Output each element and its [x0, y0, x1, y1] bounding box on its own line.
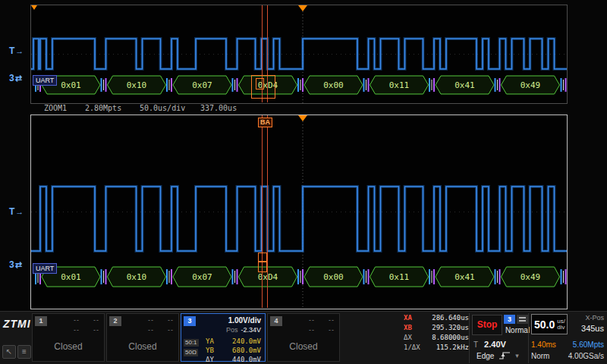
dx-row: ΔX8.68000us	[404, 334, 469, 344]
acquisition-status-button[interactable]: Stop	[472, 315, 502, 335]
cursor-ya-row: YA240.0mV	[206, 337, 261, 345]
xa-row: XA286.640us	[404, 314, 469, 324]
coupling-icon	[517, 315, 528, 324]
timebase-box[interactable]: 50.0 us/ div	[531, 314, 568, 334]
zoom-window[interactable]: 0x010x100x070xD40x000x110x410x49	[30, 5, 568, 104]
decode-byte-value: 0x07	[192, 272, 212, 282]
decode-byte-value: 0x01	[61, 80, 81, 90]
memory-points: 5.60Mpts	[573, 340, 604, 349]
inv-dx-value: 115.2kHz	[436, 344, 469, 353]
dash: --	[315, 316, 335, 324]
zoom-trigger-level-marker[interactable]: T→	[9, 46, 24, 56]
trigger-level-value: 2.40V	[484, 340, 506, 349]
divider	[469, 313, 470, 363]
pointer-mode-button[interactable]: ↖	[2, 345, 16, 359]
uart-bus-label-main[interactable]: UART	[33, 263, 57, 274]
impedance-chip: 50Ω	[184, 349, 198, 356]
chevron-down-icon: ▾	[515, 352, 519, 359]
cursor-a-line-main[interactable]	[267, 115, 268, 308]
main-channel3-marker[interactable]: 3⇄	[9, 259, 23, 270]
dy-value: 440.0mV	[232, 356, 261, 363]
cursor-dy-row: ΔY440.0mV	[206, 356, 261, 363]
trigger-type-block[interactable]: Edge ▾	[476, 351, 519, 360]
zoom-status-line: ZOOM1 2.80Mpts 50.0us/div 337.00us	[0, 104, 607, 114]
capture-window: 1.40ms	[531, 340, 556, 349]
xa-value: 286.640us	[432, 314, 469, 324]
dash: --	[60, 326, 80, 334]
xb-label: XB	[404, 324, 412, 334]
zoom-name: ZOOM1	[44, 104, 67, 112]
dash: --	[80, 326, 99, 334]
channel2-badge: 2	[109, 316, 121, 326]
xpos-label: X-Pos	[571, 314, 604, 322]
cursor-pair-label[interactable]: BA	[258, 118, 272, 127]
channel3-box[interactable]: 3 1.00V/div Pos-2.34V 50:1 50Ω YA240.0mV…	[181, 313, 266, 362]
channel-offset-icon: ⇄	[15, 260, 23, 269]
decode-byte-value: 0x01	[61, 272, 81, 282]
channel2-values-row1: ----	[134, 316, 174, 324]
channel-number: 3	[9, 73, 15, 83]
channel4-values-row2: ----	[295, 326, 335, 334]
channel-number: 3	[9, 259, 15, 270]
sample-rate: 4.00GSa/s	[568, 352, 604, 360]
dash: --	[80, 316, 99, 324]
zoom-trigger-position-icon[interactable]	[298, 5, 307, 11]
dash: --	[134, 316, 154, 324]
ya-value: 240.0mV	[232, 337, 261, 345]
menu-icon: ≡	[22, 347, 27, 356]
channel3-scale: 1.00V/div	[228, 316, 261, 325]
channel1-box[interactable]: 1 ---- ---- Closed	[32, 313, 105, 362]
uart-bus-label-zoom[interactable]: UART	[33, 75, 57, 86]
rising-edge-icon	[498, 351, 511, 360]
trigger-level-readout[interactable]: T2.40V	[473, 340, 506, 349]
cursor-marker-box-2	[258, 262, 267, 272]
zoom-left-marker-icon[interactable]	[31, 5, 37, 10]
xpos-value: 345us	[571, 324, 604, 333]
zoom-offset: 337.00us	[200, 104, 237, 112]
pointer-icon: ↖	[6, 347, 12, 356]
probe-ratio-chip: 50:1	[184, 339, 199, 347]
main-trigger-level-marker[interactable]: T→	[9, 206, 24, 217]
dx-label: ΔX	[404, 334, 412, 344]
trigger-source-badge: 3	[504, 315, 515, 324]
channel2-state: Closed	[107, 341, 178, 352]
xb-row: XB295.320us	[404, 324, 469, 334]
trigger-mode: Normal	[504, 326, 531, 334]
zoom-waveform: 0x010x100x070xD40x000x110x410x49	[31, 5, 567, 103]
channel2-box[interactable]: 2 ---- ---- Closed	[106, 313, 179, 362]
main-window[interactable]: 0x010x100x070xD40x000x110x410x49	[30, 115, 568, 309]
cursor-b-line-main[interactable]	[262, 115, 263, 308]
dash: --	[154, 316, 174, 324]
acq-mode: Norm	[531, 352, 549, 360]
xa-label: XA	[404, 314, 412, 324]
channel4-state: Closed	[268, 341, 339, 352]
unit-line2: div	[557, 325, 565, 331]
yb-value: 680.0mV	[232, 347, 261, 354]
decode-byte-value: 0x10	[127, 80, 147, 90]
menu-button[interactable]: ≡	[17, 345, 31, 359]
channel-offset-icon: ⇄	[15, 74, 23, 83]
zoom-scale: 50.0us/div	[140, 104, 185, 112]
acquisition-window-row: 1.40ms 5.60Mpts	[531, 340, 604, 349]
yb-label: YB	[206, 347, 214, 354]
channel1-state: Closed	[33, 341, 104, 352]
arrow-right-icon: →	[15, 207, 24, 216]
zoom-points: 2.80Mpts	[85, 104, 121, 112]
dash: --	[154, 326, 174, 334]
dx-value: 8.68000us	[432, 334, 469, 344]
inv-dx-row: 1/ΔX115.2kHz	[404, 344, 469, 353]
main-trigger-position-icon[interactable]	[298, 115, 307, 121]
horizontal-position-block[interactable]: X-Pos 345us	[571, 314, 604, 333]
trigger-source-block[interactable]: 3 Normal	[504, 315, 531, 334]
channel3-position: Pos-2.34V	[226, 326, 261, 334]
channel2-values-row2: ----	[134, 326, 174, 334]
dash: --	[315, 326, 335, 334]
decode-byte-value: 0xD4	[258, 272, 278, 282]
zoom-channel3-marker[interactable]: 3⇄	[9, 73, 23, 83]
decode-byte-value: 0x11	[389, 80, 410, 90]
trigger-level-label: T	[473, 340, 478, 349]
decode-byte-value: 0x49	[521, 80, 541, 90]
pos-label: Pos	[226, 326, 238, 334]
channel4-box[interactable]: 4 ---- ---- Closed	[267, 313, 340, 362]
channel1-values-row1: ----	[60, 316, 99, 324]
